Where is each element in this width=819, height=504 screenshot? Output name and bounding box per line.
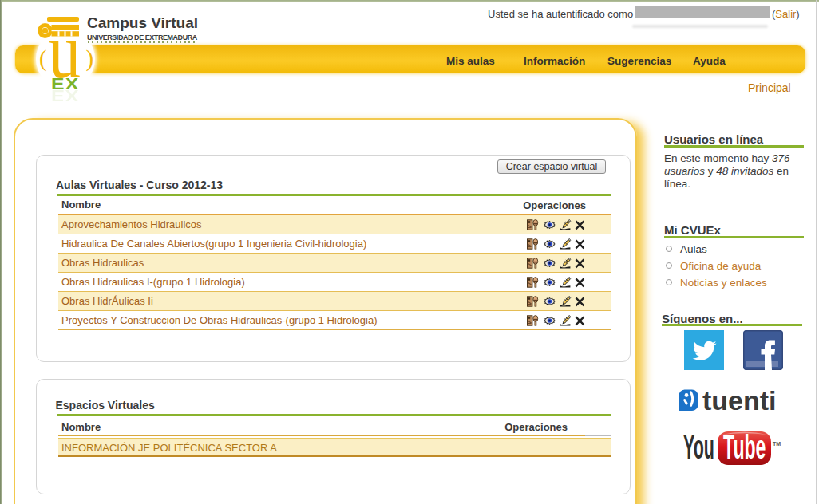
- svg-text:Tube: Tube: [723, 428, 766, 466]
- svg-text:You: You: [683, 429, 714, 467]
- svg-text:): ): [86, 45, 94, 72]
- svg-text:(: (: [39, 45, 47, 72]
- svg-text:EX: EX: [51, 86, 79, 105]
- svg-text:tuenti: tuenti: [702, 388, 777, 414]
- svg-text:TM: TM: [773, 441, 781, 447]
